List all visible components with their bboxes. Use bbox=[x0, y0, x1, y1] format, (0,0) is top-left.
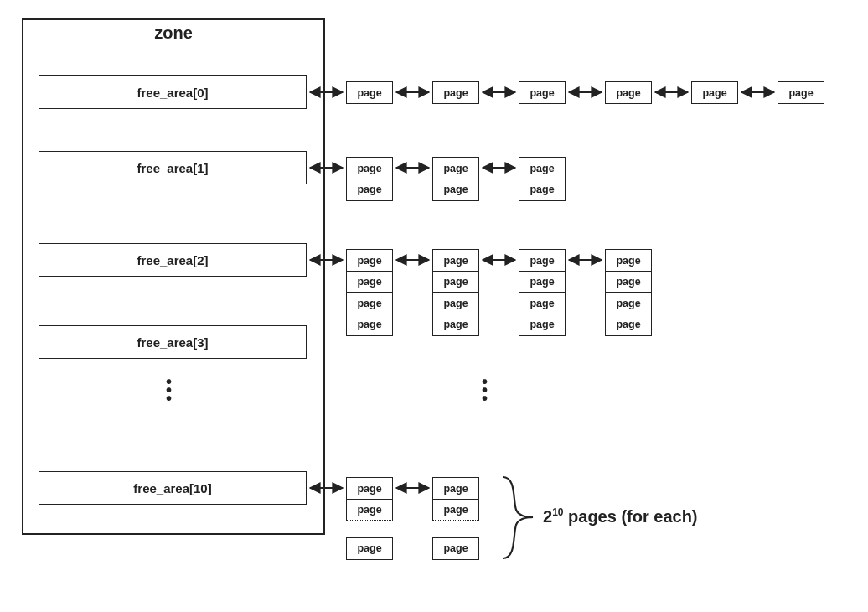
page-block: page page page page bbox=[432, 249, 479, 336]
page-cell: page bbox=[519, 271, 566, 293]
free-area-2: free_area[2] bbox=[39, 243, 307, 277]
page-cell: page bbox=[346, 249, 393, 272]
page-cell: page bbox=[432, 157, 479, 179]
page-cell: page bbox=[346, 537, 393, 560]
page-block: page page page page bbox=[346, 249, 393, 336]
page-cell: page bbox=[346, 157, 393, 179]
page-cell: page bbox=[346, 314, 393, 336]
page-block: page page page bbox=[346, 477, 393, 560]
page-box: page bbox=[778, 81, 824, 104]
page-cell: page bbox=[432, 271, 479, 293]
page-cell: page bbox=[432, 499, 479, 521]
page-cell: page bbox=[432, 537, 479, 560]
page-cell: page bbox=[346, 499, 393, 521]
page-cell: page bbox=[519, 179, 566, 201]
free-area-3: free_area[3] bbox=[39, 325, 307, 359]
page-cell: page bbox=[432, 477, 479, 500]
page-cell: page bbox=[432, 314, 479, 336]
page-cell: page bbox=[519, 292, 566, 314]
annot-base: 2 bbox=[543, 507, 552, 526]
page-cell: page bbox=[432, 292, 479, 314]
zone-title: zone bbox=[22, 23, 325, 43]
free-area-10: free_area[10] bbox=[39, 471, 307, 505]
page-block: page page page page bbox=[605, 249, 652, 336]
free-area-1: free_area[1] bbox=[39, 151, 307, 184]
page-cell: page bbox=[519, 314, 566, 336]
page-cell: page bbox=[605, 292, 652, 314]
page-cell: page bbox=[346, 292, 393, 314]
page-gap bbox=[432, 520, 479, 538]
page-block: page page page page bbox=[519, 249, 566, 336]
annot-rest: pages (for each) bbox=[563, 507, 697, 526]
ellipsis-icon: ••• bbox=[166, 377, 172, 402]
page-box: page bbox=[519, 81, 566, 104]
page-block: page page bbox=[346, 157, 393, 201]
page-cell: page bbox=[605, 314, 652, 336]
page-cell: page bbox=[605, 249, 652, 272]
page-cell: page bbox=[519, 249, 566, 272]
page-box: page bbox=[605, 81, 652, 104]
page-cell: page bbox=[346, 477, 393, 500]
page-block: page page bbox=[519, 157, 566, 201]
page-block: page page bbox=[432, 157, 479, 201]
page-block: page page page bbox=[432, 477, 479, 560]
annot-exp: 10 bbox=[552, 506, 563, 518]
page-box: page bbox=[346, 81, 393, 104]
page-cell: page bbox=[346, 179, 393, 201]
page-cell: page bbox=[346, 271, 393, 293]
ellipsis-icon: ••• bbox=[482, 377, 488, 402]
page-cell: page bbox=[519, 157, 566, 179]
page-box: page bbox=[691, 81, 738, 104]
page-cell: page bbox=[432, 249, 479, 272]
diagram-canvas: zone free_area[0] free_area[1] free_area… bbox=[0, 0, 868, 612]
page-gap bbox=[346, 520, 393, 538]
page-box: page bbox=[432, 81, 479, 104]
free-area-0: free_area[0] bbox=[39, 75, 307, 109]
page-cell: page bbox=[432, 179, 479, 201]
page-cell: page bbox=[605, 271, 652, 293]
block-size-annotation: 210 pages (for each) bbox=[543, 506, 698, 526]
